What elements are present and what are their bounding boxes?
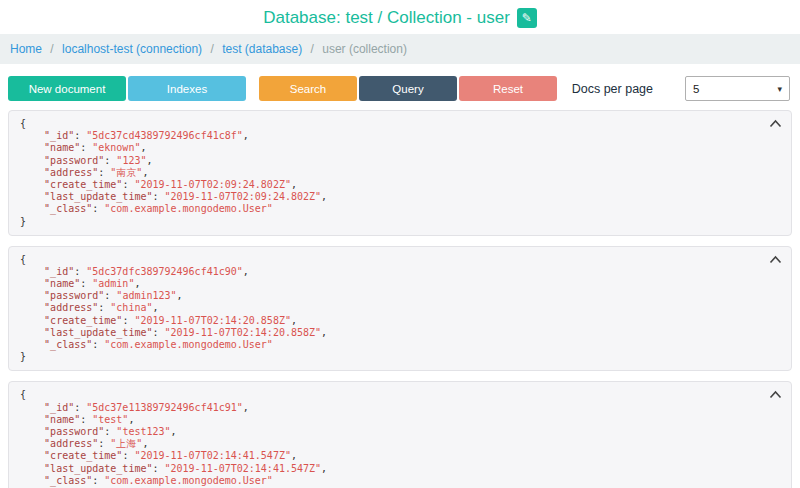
document-panel: { "_id": "5dc37dfc389792496cf41c90", "na… [8, 246, 792, 372]
collapse-document-button[interactable] [767, 388, 784, 401]
document-json: { "_id": "5dc37dfc389792496cf41c90", "na… [20, 254, 763, 364]
document-panel: { "_id": "5dc37e11389792496cf41c91", "na… [8, 381, 792, 488]
collapse-document-button[interactable] [767, 117, 784, 130]
docs-per-page-select[interactable]: 5 ▾ [685, 76, 790, 101]
chevron-up-icon [769, 255, 782, 264]
pencil-icon: ✎ [522, 12, 532, 24]
toolbar: New document Indexes Search Query Reset … [8, 76, 792, 101]
documents-list: { "_id": "5dc37cd4389792496cf41c8f", "na… [8, 110, 792, 488]
search-button[interactable]: Search [259, 76, 357, 101]
breadcrumb-current-collection: user (collection) [322, 42, 407, 56]
breadcrumb-separator: / [50, 42, 53, 56]
chevron-up-icon [769, 119, 782, 128]
new-document-button[interactable]: New document [8, 76, 126, 101]
indexes-button[interactable]: Indexes [128, 76, 246, 101]
chevron-up-icon [769, 390, 782, 399]
breadcrumb-home-link[interactable]: Home [10, 42, 42, 56]
document-json: { "_id": "5dc37cd4389792496cf41c8f", "na… [20, 118, 763, 228]
breadcrumb-connection-link[interactable]: localhost-test (connection) [62, 42, 202, 56]
caret-down-icon: ▾ [777, 84, 782, 94]
edit-collection-button[interactable]: ✎ [517, 8, 537, 28]
document-json: { "_id": "5dc37e11389792496cf41c91", "na… [20, 389, 763, 488]
page-header: Database: test / Collection - user ✎ [0, 0, 800, 34]
reset-button[interactable]: Reset [459, 76, 557, 101]
collapse-document-button[interactable] [767, 253, 784, 266]
docs-per-page-value: 5 [693, 83, 699, 95]
page-title: Database: test / Collection - user [263, 8, 510, 28]
document-panel: { "_id": "5dc37cd4389792496cf41c8f", "na… [8, 110, 792, 236]
breadcrumb-database-link[interactable]: test (database) [222, 42, 302, 56]
query-button[interactable]: Query [359, 76, 457, 101]
breadcrumb-separator: / [311, 42, 314, 56]
breadcrumb: Home / localhost-test (connection) / tes… [0, 34, 800, 64]
docs-per-page-label: Docs per page [572, 82, 653, 96]
breadcrumb-separator: / [210, 42, 213, 56]
